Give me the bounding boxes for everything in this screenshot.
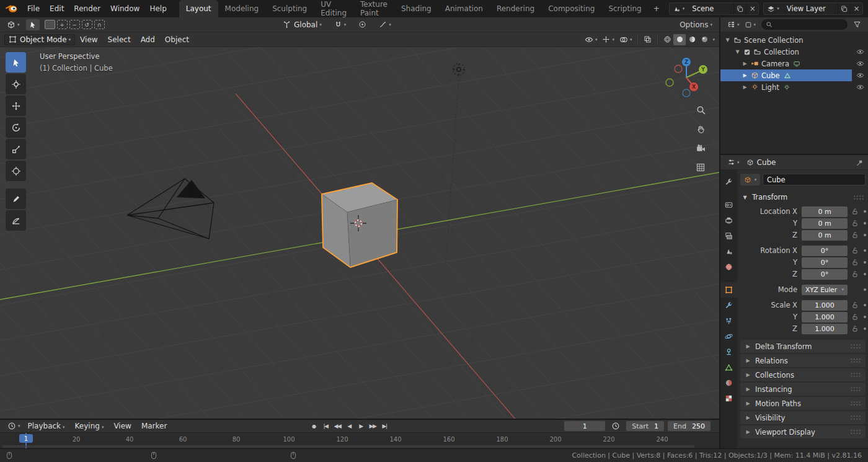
hide-toggle[interactable] xyxy=(852,83,868,91)
panel-grip[interactable] xyxy=(850,358,861,363)
menu-help[interactable]: Help xyxy=(144,2,171,16)
lock-icon[interactable] xyxy=(850,247,859,254)
rotation-z-field[interactable]: 0° xyxy=(802,269,848,280)
select-box-tool-button[interactable] xyxy=(6,52,26,73)
section-instancing[interactable]: ▶Instancing xyxy=(740,383,866,396)
xray-toggle-button[interactable] xyxy=(641,34,654,45)
rotation-mode-dropdown[interactable]: XYZ Euler ▾ xyxy=(802,285,848,295)
hide-toggle[interactable] xyxy=(852,71,868,79)
workspace-tab-scripting[interactable]: Scripting xyxy=(601,0,648,17)
tab-tool[interactable] xyxy=(720,174,737,190)
disclosure-icon[interactable]: ▼ xyxy=(734,49,741,55)
menu-window[interactable]: Window xyxy=(105,2,144,16)
tab-physics[interactable] xyxy=(720,329,737,344)
tab-world[interactable] xyxy=(720,259,737,275)
pan-button[interactable] xyxy=(693,122,708,136)
timeline-scrollbar[interactable] xyxy=(2,445,694,448)
blender-logo-icon[interactable] xyxy=(6,4,18,14)
rotation-x-field[interactable]: 0° xyxy=(802,246,848,256)
object-browse-button[interactable]: ▾ xyxy=(740,174,760,185)
panel-grip[interactable] xyxy=(853,195,864,200)
animate-dot[interactable] xyxy=(864,261,866,264)
menu-add[interactable]: Add xyxy=(136,33,160,46)
scene-browse-button[interactable]: ▾ xyxy=(670,3,688,14)
section-relations[interactable]: ▶Relations xyxy=(740,354,866,367)
current-frame-field[interactable]: 1 xyxy=(564,421,605,431)
workspace-tab-compositing[interactable]: Compositing xyxy=(541,0,601,17)
location-z-field[interactable]: 0 m xyxy=(802,230,848,241)
perspective-toggle-button[interactable] xyxy=(693,161,708,174)
menu-edit[interactable]: Edit xyxy=(45,2,69,16)
workspace-tab-layout[interactable]: Layout xyxy=(179,0,218,17)
workspace-tab-modeling[interactable]: Modeling xyxy=(218,0,266,17)
tab-render[interactable] xyxy=(720,197,737,213)
disclosure-icon[interactable]: ▶ xyxy=(742,61,748,66)
delete-scene-button[interactable]: × xyxy=(746,3,758,14)
workspace-tab-animation[interactable]: Animation xyxy=(438,0,490,17)
outliner-row-cube[interactable]: ▶ Cube xyxy=(720,69,868,81)
panel-grip[interactable] xyxy=(850,344,861,349)
menu-select[interactable]: Select xyxy=(103,33,136,46)
lock-icon[interactable] xyxy=(850,208,859,215)
animate-dot[interactable] xyxy=(864,249,866,252)
hide-toggle[interactable] xyxy=(852,48,868,56)
menu-playback[interactable]: Playback▾ xyxy=(23,420,70,432)
record-button[interactable]: ● xyxy=(309,421,319,431)
object-name-input[interactable]: Cube xyxy=(763,174,866,185)
zoom-button[interactable] xyxy=(693,103,708,117)
tab-modifiers[interactable] xyxy=(720,298,737,313)
active-tool-button[interactable] xyxy=(26,19,40,30)
delete-view-layer-button[interactable]: × xyxy=(850,3,862,14)
proportional-editing-button[interactable] xyxy=(356,19,369,30)
options-dropdown[interactable]: Options ▾ xyxy=(677,19,715,30)
scale-z-field[interactable]: 1.000 xyxy=(802,324,848,334)
cursor-tool-button[interactable] xyxy=(6,74,26,94)
lock-icon[interactable] xyxy=(850,325,859,332)
animate-dot[interactable] xyxy=(864,273,866,275)
workspace-tab-uv-editing[interactable]: UV Editing xyxy=(314,0,353,17)
outliner-row-collection[interactable]: ▼ Collection xyxy=(720,46,868,58)
proportional-falloff-dropdown[interactable]: ▾ xyxy=(376,19,394,30)
tab-object[interactable] xyxy=(720,282,737,298)
workspace-tab-shading[interactable]: Shading xyxy=(394,0,438,17)
measure-tool-button[interactable] xyxy=(6,210,26,231)
overlays-dropdown[interactable]: ▾ xyxy=(617,34,635,45)
use-preview-range-button[interactable] xyxy=(609,420,622,432)
section-visibility[interactable]: ▶Visibility xyxy=(740,411,866,424)
menu-marker[interactable]: Marker xyxy=(136,420,172,432)
hide-toggle[interactable] xyxy=(852,60,868,68)
tab-texture[interactable] xyxy=(720,391,737,406)
workspace-tab-rendering[interactable]: Rendering xyxy=(490,0,541,17)
outliner-row-light[interactable]: ▶ Light xyxy=(720,81,868,93)
shading-material-button[interactable] xyxy=(686,34,698,45)
menu-render[interactable]: Render xyxy=(69,2,105,16)
viewport-3d[interactable]: User Perspective (1) Collection | Cube xyxy=(0,47,719,419)
animate-dot[interactable] xyxy=(864,222,866,224)
animate-dot[interactable] xyxy=(864,210,866,213)
workspace-tab-texture-paint[interactable]: Texture Paint xyxy=(353,0,394,17)
object-visibility-dropdown[interactable]: ▾ xyxy=(582,34,600,45)
frame-end-field[interactable]: End250 xyxy=(668,421,711,431)
animate-dot[interactable] xyxy=(864,327,866,330)
checkbox-checked-icon[interactable] xyxy=(743,48,751,56)
tab-material[interactable] xyxy=(720,375,737,391)
scale-tool-button[interactable] xyxy=(6,139,26,159)
location-y-field[interactable]: 0 m xyxy=(802,218,848,229)
prev-keyframe-button[interactable]: ◀◀ xyxy=(332,421,342,431)
lock-icon[interactable] xyxy=(850,313,859,321)
pin-button[interactable] xyxy=(856,158,864,167)
disclosure-icon[interactable]: ▼ xyxy=(724,37,731,43)
menu-view[interactable]: View xyxy=(75,33,102,46)
axis-z-negative[interactable] xyxy=(683,89,690,97)
play-button[interactable]: ▶ xyxy=(356,421,366,431)
lock-icon[interactable] xyxy=(850,231,859,239)
location-x-field[interactable]: 0 m xyxy=(802,207,848,217)
move-tool-button[interactable] xyxy=(6,96,26,116)
jump-to-end-button[interactable]: ▶| xyxy=(379,421,389,431)
mode-dropdown[interactable]: Object Mode ▾ xyxy=(4,34,75,45)
menu-file[interactable]: File xyxy=(22,2,45,16)
view-layer-name[interactable]: View Layer xyxy=(782,4,838,13)
transform-panel-header[interactable]: ▼ Transform xyxy=(740,190,866,204)
menu-keying[interactable]: Keying▾ xyxy=(70,420,109,432)
light-object[interactable] xyxy=(453,64,465,76)
